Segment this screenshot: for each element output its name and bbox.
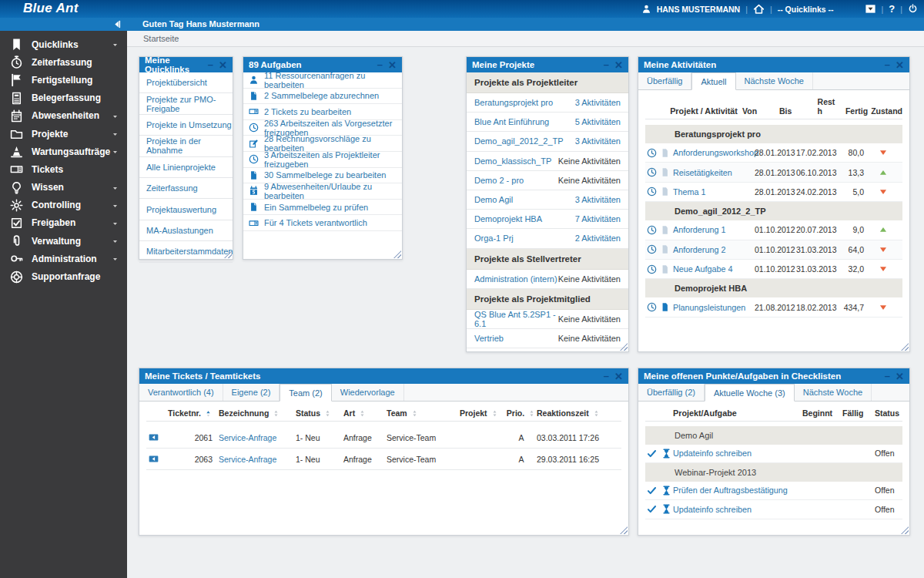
minimize-button[interactable]: –	[885, 372, 890, 380]
activity-link[interactable]: Anforderung 2	[673, 245, 755, 254]
tab-aktuelle-woche[interactable]: Aktuelle Woche (3)	[705, 384, 795, 402]
sidebar-item-supportanfrage[interactable]: Supportanfrage	[0, 267, 127, 285]
task-link[interactable]: 3 Arbeitszeiten als Projektleiter freizu…	[243, 152, 402, 168]
sidebar-item-tickets[interactable]: Tickets	[0, 160, 127, 178]
checklist-task-link[interactable]: Updateinfo schreiben	[673, 505, 802, 514]
panel-header[interactable]: Meine Quicklinks – ✕	[139, 57, 233, 72]
project-link[interactable]: Demoprojekt HBA	[474, 214, 575, 223]
hourglass-icon[interactable]	[661, 486, 671, 496]
quicklink-item[interactable]: Projektübersicht	[139, 72, 233, 93]
activities-link[interactable]: 3 Aktivitäten	[575, 98, 621, 107]
sort-asc-icon[interactable]	[204, 409, 213, 418]
tab-ueberfaellig[interactable]: Überfällig	[638, 72, 691, 89]
power-icon[interactable]	[908, 4, 918, 14]
activities-link[interactable]: 3 Aktivitäten	[575, 195, 621, 204]
sort-icon[interactable]	[490, 409, 499, 418]
panel-header[interactable]: Meine Projekte – ✕	[467, 57, 628, 72]
page-icon[interactable]	[660, 244, 670, 254]
clock-icon[interactable]	[647, 187, 657, 197]
hourglass-icon[interactable]	[661, 449, 671, 459]
close-button[interactable]: ✕	[896, 60, 904, 70]
quicklink-item[interactable]: MA-Auslastungen	[139, 220, 233, 241]
project-link[interactable]: Vertrieb	[474, 334, 558, 343]
activity-link[interactable]: Reisetätigkeiten	[673, 168, 755, 177]
hourglass-icon[interactable]	[661, 504, 671, 514]
ticket-link[interactable]: Service-Anfrage	[219, 455, 296, 464]
project-link[interactable]: Orga-1 Prj	[474, 234, 575, 243]
quicklink-item[interactable]: Projekte in der Abnahme	[139, 136, 233, 156]
clock-icon[interactable]	[647, 302, 657, 312]
tab-naechste-woche[interactable]: Nächste Woche	[736, 72, 813, 89]
sidebar-item-verwaltung[interactable]: Verwaltung	[0, 232, 127, 250]
task-link[interactable]: Ein Sammelbeleg zu prüfen	[243, 200, 402, 216]
dropdown-box-icon[interactable]	[865, 3, 876, 15]
page-icon[interactable]	[660, 167, 670, 177]
task-link[interactable]: 11 Ressourcenanfragen zu bearbeiten	[243, 72, 402, 89]
quicklink-item[interactable]: Projekte zur PMO-Freigabe	[139, 93, 233, 114]
sidebar-item-fertigstellung[interactable]: Fertigstellung	[0, 71, 127, 89]
project-link[interactable]: Administration (intern)	[474, 274, 558, 284]
activity-link[interactable]: Anforderung 1	[673, 225, 755, 234]
activities-link[interactable]: 7 Aktivitäten	[575, 214, 621, 223]
sidebar-collapse-icon[interactable]	[112, 18, 123, 30]
page-icon[interactable]	[660, 302, 670, 312]
clock-icon[interactable]	[647, 264, 657, 274]
project-link[interactable]: Blue Ant Einführung	[474, 117, 575, 126]
column-header-sortable[interactable]: Projekt	[460, 408, 506, 418]
ticket-arrow-icon[interactable]	[149, 432, 159, 442]
page-icon[interactable]	[660, 264, 670, 274]
checklist-task-link[interactable]: Updateinfo schreiben	[673, 449, 802, 458]
column-header-sortable[interactable]: Prio.	[506, 408, 537, 418]
sort-icon[interactable]	[410, 409, 419, 418]
user-name[interactable]: HANS MUSTERMANN	[657, 5, 741, 14]
page-icon[interactable]	[660, 148, 670, 158]
panel-header[interactable]: Meine Aktivitäten – ✕	[638, 57, 909, 72]
sidebar-item-freigaben[interactable]: Freigaben	[0, 214, 127, 232]
panel-header[interactable]: Meine Tickets / Teamtickets – ✕	[139, 368, 628, 384]
quicklink-item[interactable]: Projektauswertung	[139, 199, 233, 220]
panel-header[interactable]: Meine offenen Punkte/Aufgaben in Checkli…	[638, 368, 909, 384]
tab-naechste-woche[interactable]: Nächste Woche	[795, 384, 872, 401]
ticket-link[interactable]: Service-Anfrage	[219, 433, 296, 442]
resize-handle[interactable]	[620, 526, 628, 534]
check-icon[interactable]	[647, 449, 657, 459]
minimize-button[interactable]: –	[885, 61, 890, 69]
minimize-button[interactable]: –	[604, 61, 609, 69]
checklist-task-link[interactable]: Prüfen der Auftragsbestätigung	[673, 486, 802, 495]
sidebar-item-quicklinks[interactable]: Quicklinks	[0, 35, 127, 53]
project-link[interactable]: Demo 2 - pro	[474, 176, 558, 185]
project-link[interactable]: Beratungsprojekt pro	[474, 98, 575, 107]
minimize-button[interactable]: –	[208, 61, 213, 69]
resize-handle[interactable]	[901, 526, 909, 534]
tab-aktuell[interactable]: Aktuell	[691, 72, 735, 90]
ticket-arrow-icon[interactable]	[149, 454, 159, 464]
clock-icon[interactable]	[647, 225, 657, 235]
column-header-sortable[interactable]: Team	[387, 408, 460, 418]
project-link[interactable]: Demo Agil	[474, 195, 575, 204]
clock-icon[interactable]	[647, 148, 657, 158]
project-link[interactable]: QS Blue Ant 5.2SP1 - 6.1	[474, 310, 558, 328]
column-header-sortable[interactable]: Art	[343, 408, 387, 418]
quicklink-item[interactable]: Mitarbeiterstammdaten	[139, 241, 233, 262]
sidebar-item-zeiterfassung[interactable]: Zeiterfassung	[0, 53, 127, 71]
quicklink-item[interactable]: Zeiterfassung	[139, 178, 233, 199]
project-link[interactable]: Demo_klassisch_TP	[474, 156, 558, 166]
page-icon[interactable]	[660, 225, 670, 235]
minimize-button[interactable]: –	[377, 61, 383, 69]
activity-link[interactable]: Thema 1	[673, 187, 755, 197]
check-icon[interactable]	[647, 486, 657, 496]
page-icon[interactable]	[660, 187, 670, 197]
sidebar-item-projekte[interactable]: Projekte	[0, 125, 127, 143]
tab-verantwortlich[interactable]: Verantwortlich (4)	[139, 384, 223, 401]
resize-handle[interactable]	[393, 250, 401, 258]
sidebar-item-administration[interactable]: Administration	[0, 250, 127, 267]
tab-team[interactable]: Team (2)	[280, 384, 331, 402]
column-header-sortable[interactable]: Bezeichnung	[219, 408, 296, 418]
tab-ueberfaellig[interactable]: Überfällig (2)	[638, 384, 705, 401]
close-button[interactable]: ✕	[388, 60, 397, 70]
quicklink-item[interactable]: Projekte in Umsetzung	[139, 115, 233, 136]
close-button[interactable]: ✕	[219, 60, 227, 70]
task-link[interactable]: Für 4 Tickets verantwortlich	[243, 215, 402, 231]
activities-link[interactable]: 3 Aktivitäten	[575, 136, 621, 146]
project-link[interactable]: Demo_agil_2012_2_TP	[474, 136, 575, 146]
